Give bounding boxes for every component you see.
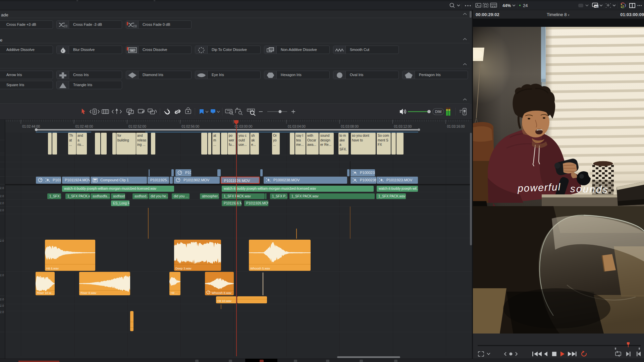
- svg-text:01:02:56:00: 01:02:56:00: [181, 125, 199, 128]
- svg-text:44%: 44%: [502, 3, 511, 8]
- svg-text:01:02:44:00: 01:02:44:00: [22, 125, 40, 128]
- svg-text:01:03:08:00: 01:03:08:00: [341, 125, 359, 128]
- svg-text:01:03:04:00: 01:03:04:00: [288, 125, 306, 128]
- svg-text:01:02:52:00: 01:02:52:00: [128, 125, 146, 128]
- svg-text:01:02:48:00: 01:02:48:00: [75, 125, 93, 128]
- svg-text:HQ: HQ: [595, 5, 598, 8]
- svg-text:24: 24: [523, 3, 528, 8]
- svg-text:01:03:00:00: 01:03:00:00: [235, 125, 253, 128]
- svg-text:sounds: sounds: [570, 183, 609, 195]
- svg-text:01:03:16:00: 01:03:16:00: [447, 125, 465, 128]
- svg-text:powerful: powerful: [517, 181, 561, 194]
- svg-text:01:03:12:00: 01:03:12:00: [394, 125, 412, 128]
- svg-text:-3: -3: [64, 25, 66, 27]
- svg-text:DIM: DIM: [435, 110, 441, 114]
